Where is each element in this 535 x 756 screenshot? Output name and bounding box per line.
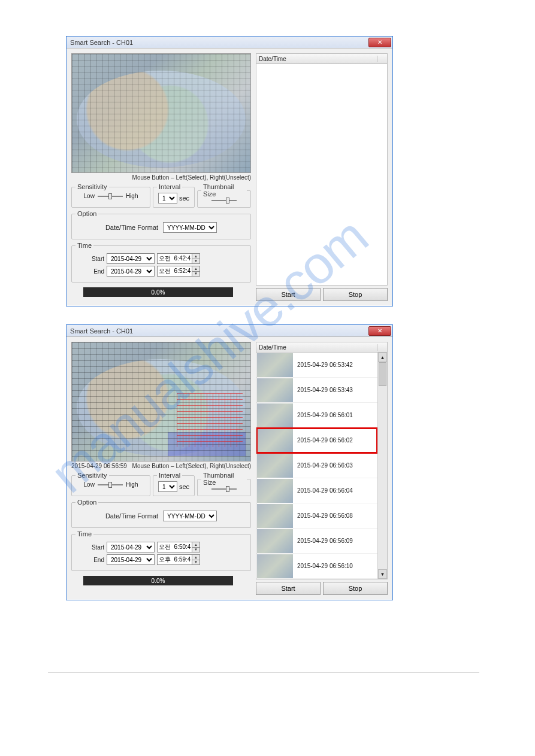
result-row[interactable]: 2015-04-29 06:56:09 (256, 529, 377, 554)
date-format-select[interactable]: YYYY-MM-DD (163, 222, 217, 233)
option-group: Option Date/Time Format YYYY-MM-DD (71, 210, 251, 239)
result-timestamp: 2015-04-29 06:56:02 (294, 437, 353, 444)
end-label: End (75, 557, 104, 563)
close-icon[interactable]: ✕ (368, 38, 391, 47)
result-row[interactable]: 2015-04-29 06:56:02 (256, 428, 377, 453)
sensitivity-legend: Sensitivity (75, 472, 109, 479)
date-format-select[interactable]: YYYY-MM-DD (163, 511, 217, 521)
start-date-select[interactable]: 2015-04-29 (107, 542, 155, 552)
stop-button[interactable]: Stop (323, 582, 388, 595)
interval-legend: Interval (157, 183, 182, 190)
result-timestamp: 2015-04-29 06:56:03 (294, 462, 353, 469)
datetime-column-header[interactable]: Date/Time (256, 344, 377, 351)
thumbnail-size-slider[interactable] (211, 488, 237, 490)
sensitivity-slider[interactable] (98, 484, 123, 485)
results-list-header[interactable]: Date/Time (256, 53, 388, 64)
video-preview-grid[interactable] (71, 342, 251, 462)
window-title: Smart Search - CH01 (70, 39, 133, 46)
start-time-input[interactable] (157, 253, 192, 264)
interval-group: Interval 1 sec (153, 183, 195, 208)
sensitivity-low-label: Low (84, 193, 95, 199)
interval-unit: sec (179, 195, 189, 202)
interval-select[interactable]: 1 (158, 193, 177, 204)
time-group: Time Start 2015-04-29 ▲▼ End 2015-04-29 … (71, 242, 251, 283)
end-time-spinner[interactable]: ▲▼ (192, 554, 200, 565)
end-date-select[interactable]: 2015-04-29 (107, 266, 155, 277)
thumbnail-size-slider[interactable] (211, 200, 237, 201)
result-thumbnail (257, 353, 293, 377)
start-time-spinner[interactable]: ▲▼ (192, 542, 200, 552)
results-list-header[interactable]: Date/Time (256, 342, 388, 353)
scroll-down-icon[interactable]: ▼ (378, 569, 387, 579)
start-date-select[interactable]: 2015-04-29 (107, 253, 155, 264)
result-row[interactable]: 2015-04-29 06:56:08 (256, 503, 377, 529)
result-timestamp: 2015-04-29 06:56:10 (294, 563, 353, 569)
interval-group: Interval 1 sec (153, 472, 195, 496)
window-title: Smart Search - CH01 (70, 327, 133, 335)
start-label: Start (75, 544, 104, 551)
result-row[interactable]: 2015-04-29 06:56:01 (256, 403, 377, 428)
vertical-scrollbar[interactable]: ▲ ▼ (377, 353, 387, 579)
result-timestamp: 2015-04-29 06:56:09 (294, 538, 353, 544)
result-thumbnail (257, 454, 293, 478)
result-row[interactable]: 2015-04-29 06:56:03 (256, 453, 377, 478)
date-format-label: Date/Time Format (105, 224, 158, 231)
end-date-select[interactable]: 2015-04-29 (107, 554, 155, 565)
result-row[interactable]: 2015-04-29 06:56:10 (256, 554, 377, 579)
end-time-input[interactable] (157, 266, 192, 277)
end-time-spinner[interactable]: ▲▼ (192, 266, 200, 277)
time-legend: Time (75, 242, 93, 249)
sensitivity-group: Sensitivity Low High (71, 183, 150, 208)
sensitivity-high-label: High (126, 193, 138, 199)
video-preview-grid[interactable] (71, 53, 251, 173)
progress-bar: 0.0% (83, 287, 233, 297)
sensitivity-high-label: High (126, 481, 138, 488)
start-button[interactable]: Start (256, 288, 321, 301)
result-row[interactable]: 2015-04-29 06:56:04 (256, 478, 377, 503)
result-thumbnail (257, 529, 293, 553)
thumbnail-size-legend: Thumbnail Size (201, 183, 247, 198)
start-time-spinner[interactable]: ▲▼ (192, 253, 200, 264)
option-legend: Option (75, 499, 98, 506)
end-time-input[interactable] (157, 554, 192, 565)
interval-legend: Interval (157, 472, 182, 479)
result-timestamp: 2015-04-29 06:56:08 (294, 512, 353, 519)
result-thumbnail (257, 429, 293, 453)
end-label: End (75, 268, 104, 275)
scroll-up-icon[interactable]: ▲ (378, 353, 387, 362)
sensitivity-low-label: Low (84, 481, 95, 488)
titlebar[interactable]: Smart Search - CH01 ✕ (67, 37, 392, 48)
result-timestamp: 2015-04-29 06:56:04 (294, 487, 353, 494)
option-group: Option Date/Time Format YYYY-MM-DD (71, 499, 251, 528)
result-thumbnail (257, 504, 293, 528)
result-timestamp: 2015-04-29 06:53:43 (294, 387, 353, 393)
results-list-body (256, 64, 388, 286)
page-divider (48, 672, 479, 673)
stop-button[interactable]: Stop (323, 288, 388, 301)
mouse-hint: Mouse Button – Left(Select), Right(Unsel… (132, 463, 251, 469)
close-icon[interactable]: ✕ (368, 326, 391, 336)
time-legend: Time (75, 530, 93, 538)
result-thumbnail (257, 479, 293, 503)
time-group: Time Start 2015-04-29 ▲▼ End 2015-04-29 … (71, 530, 251, 571)
result-thumbnail (257, 554, 293, 578)
option-legend: Option (75, 210, 98, 217)
smart-search-window-2: Smart Search - CH01 ✕ 2015-04-29 06:56:5… (66, 324, 393, 600)
sensitivity-slider[interactable] (98, 196, 123, 197)
progress-bar: 0.0% (83, 576, 233, 585)
result-row[interactable]: 2015-04-29 06:53:42 (256, 353, 377, 378)
start-time-input[interactable] (157, 542, 192, 552)
titlebar[interactable]: Smart Search - CH01 ✕ (67, 325, 392, 337)
scroll-thumb[interactable] (379, 362, 386, 386)
result-timestamp: 2015-04-29 06:56:01 (294, 412, 353, 418)
interval-select[interactable]: 1 (158, 481, 177, 492)
thumbnail-size-legend: Thumbnail Size (201, 472, 247, 486)
start-button[interactable]: Start (256, 582, 321, 595)
interval-unit: sec (179, 483, 189, 490)
datetime-column-header[interactable]: Date/Time (256, 56, 377, 62)
result-row[interactable]: 2015-04-29 06:53:43 (256, 378, 377, 403)
date-format-label: Date/Time Format (105, 512, 158, 520)
start-label: Start (75, 256, 104, 262)
mouse-hint: Mouse Button – Left(Select), Right(Unsel… (132, 174, 251, 181)
smart-search-window-1: Smart Search - CH01 ✕ Mouse Button – Lef… (66, 36, 393, 306)
